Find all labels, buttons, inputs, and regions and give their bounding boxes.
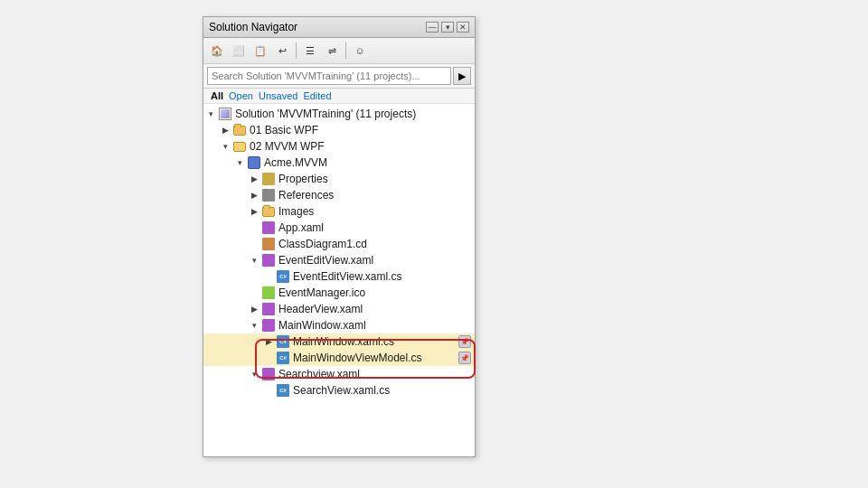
smile-button[interactable]: ☺ [350,41,370,61]
expander-properties[interactable]: ▶ [247,172,261,186]
filter-button[interactable]: ☰ [300,41,320,61]
properties-icon [261,172,276,186]
list-item[interactable]: ▶ HeaderView.xaml [203,301,475,317]
folder-images-icon [261,204,276,219]
root-label: Solution 'MVVMTraining' (11 projects) [235,108,416,120]
search-go-button[interactable]: ▶ [453,67,471,85]
xaml-icon [261,318,276,333]
toolbar-separator [296,42,297,59]
list-item[interactable]: App.xaml [203,220,475,236]
pin-icon[interactable]: 📌 [458,335,471,348]
expander-images[interactable]: ▶ [247,204,261,219]
item-label-searchview: Searchview.xaml [278,368,360,380]
xaml-icon [261,302,276,316]
solution-navigator-panel: Solution Navigator — ▾ ✕ 🏠 ⬜ 📋 ↩ ☰ ⇌ ☺ ▶… [203,16,476,457]
cs-icon [276,351,290,365]
folder-icon [232,123,247,137]
item-label-references: References [278,189,334,202]
search-input[interactable] [207,67,451,85]
expander-02[interactable]: ▾ [218,139,232,154]
list-item[interactable]: ▾ 02 MVVM WPF [203,138,475,155]
toolbar: 🏠 ⬜ 📋 ↩ ☰ ⇌ ☺ [203,38,475,64]
item-label-01: 01 Basic WPF [250,124,318,136]
pin-button[interactable]: — [426,22,439,33]
title-bar-controls: — ▾ ✕ [426,22,469,33]
expander-eventedit[interactable]: ▾ [247,253,261,267]
tree-container: ▾ Solution 'MVVMTraining' (11 projects) … [203,104,475,456]
home-button[interactable]: 🏠 [207,41,227,61]
title-bar-left: Solution Navigator [209,21,297,33]
solution-icon [218,107,232,121]
expander-references[interactable]: ▶ [247,188,261,202]
new-button[interactable]: ⬜ [229,41,249,61]
references-icon [261,188,276,202]
expander-searchview[interactable]: ▾ [247,367,261,381]
item-label-mainwindow: MainWindow.xaml [278,319,366,332]
ico-icon [261,286,276,300]
item-label-images: Images [278,205,314,218]
project-icon [247,155,261,170]
item-label-acme: Acme.MVVM [264,156,327,169]
item-label-mainwindowviewmodel: MainWindowViewModel.cs [293,352,422,364]
list-item[interactable]: ClassDiagram1.cd [203,236,475,252]
expander-mainwindowcs[interactable]: ▶ [261,334,276,349]
filter-bar: All Open Unsaved Edited [203,89,475,104]
list-item[interactable]: ▶ MainWindow.xaml.cs 📌 [203,333,475,350]
list-item[interactable]: EventEditView.xaml.cs [203,268,475,285]
list-item[interactable]: ▾ Acme.MVVM [203,155,475,171]
list-item[interactable]: ▾ Searchview.xaml [203,366,475,382]
expander-acme[interactable]: ▾ [232,155,247,170]
item-label-eventeditviewcs: EventEditView.xaml.cs [293,270,402,283]
title-bar: Solution Navigator — ▾ ✕ [203,17,475,38]
folder-icon [232,139,247,154]
item-label-classdiagram: ClassDiagram1.cd [278,238,367,250]
expander-01[interactable]: ▶ [218,123,232,137]
panel-title: Solution Navigator [209,21,297,33]
list-item[interactable]: ▶ References [203,187,475,203]
toolbar-separator-2 [345,42,346,59]
expander-mainwindow[interactable]: ▾ [247,318,261,333]
xaml-icon [261,221,276,235]
list-item[interactable]: EventManager.ico [203,285,475,301]
xaml-icon [261,253,276,267]
xaml-icon [261,367,276,381]
minimize-button[interactable]: ▾ [441,22,454,33]
item-label-headerview: HeaderView.xaml [278,303,363,315]
cd-icon [261,237,276,251]
list-item[interactable]: SearchView.xaml.cs [203,382,475,399]
open-button[interactable]: 📋 [250,41,270,61]
item-label-appxaml: App.xaml [278,221,324,234]
tree-root[interactable]: ▾ Solution 'MVVMTraining' (11 projects) [203,106,475,122]
item-label-mainwindowcs: MainWindow.xaml.cs [293,335,394,348]
item-label-eventmanager: EventManager.ico [278,286,365,299]
pin-icon-2[interactable]: 📌 [458,352,471,364]
item-label-02: 02 MVVM WPF [250,140,325,153]
filter-edited[interactable]: Edited [303,90,331,101]
expander-root[interactable]: ▾ [203,107,218,121]
list-item[interactable]: ▶ 01 Basic WPF [203,122,475,138]
list-item[interactable]: MainWindowViewModel.cs 📌 [203,350,475,366]
filter-open[interactable]: Open [229,90,253,101]
item-label-properties: Properties [278,173,328,185]
cs-icon [276,334,290,349]
filter-all[interactable]: All [211,90,223,101]
item-label-searchviewcs: SearchView.xaml.cs [293,384,390,397]
list-item[interactable]: ▾ MainWindow.xaml [203,317,475,333]
cs-icon [276,269,290,284]
sync-button[interactable]: ⇌ [322,41,342,61]
search-bar: ▶ [203,64,475,89]
list-item[interactable]: ▶ Images [203,203,475,220]
cs-icon [276,383,290,398]
expander-headerview[interactable]: ▶ [247,302,261,316]
list-item[interactable]: ▾ EventEditView.xaml [203,252,475,268]
filter-unsaved[interactable]: Unsaved [259,90,297,101]
close-button[interactable]: ✕ [457,22,469,33]
undo-button[interactable]: ↩ [272,41,292,61]
item-label-eventeditview: EventEditView.xaml [278,254,373,267]
list-item[interactable]: ▶ Properties [203,171,475,187]
